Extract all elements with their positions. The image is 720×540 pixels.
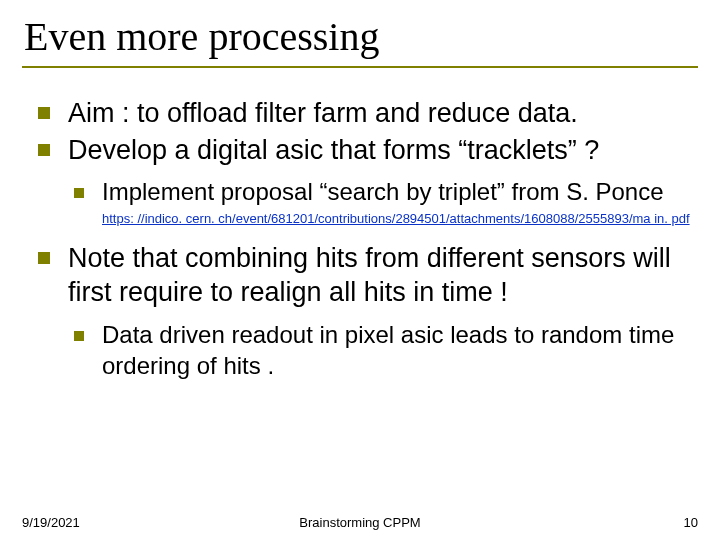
bullet-list: Aim : to offload filter farm and reduce … [34,96,694,381]
slide-footer: 9/19/2021 Brainstorming CPPM 10 [22,515,698,530]
footer-date: 9/19/2021 [22,515,80,530]
sub-bullet-list: Implement proposal “search by triplet” f… [68,177,694,227]
sub-bullet-item: Implement proposal “search by triplet” f… [68,177,694,227]
sub-bullet-item: Data driven readout in pixel asic leads … [68,320,694,381]
sub-bullet-text: Data driven readout in pixel asic leads … [102,321,674,379]
sub-bullet-text: Implement proposal “search by triplet” f… [102,178,664,205]
footer-page-number: 10 [684,515,698,530]
footer-center: Brainstorming CPPM [22,515,698,530]
bullet-text: Develop a digital asic that forms “track… [68,135,599,165]
reference-link[interactable]: https: //indico. cern. ch/event/681201/c… [102,212,694,227]
bullet-item: Develop a digital asic that forms “track… [34,133,694,227]
sub-bullet-list: Data driven readout in pixel asic leads … [68,320,694,381]
slide: Even more processing Aim : to offload fi… [0,0,720,540]
bullet-text: Aim : to offload filter farm and reduce … [68,98,578,128]
bullet-text: Note that combining hits from different … [68,243,671,308]
bullet-item: Note that combining hits from different … [34,241,694,382]
slide-title: Even more processing [22,14,698,68]
bullet-item: Aim : to offload filter farm and reduce … [34,96,694,131]
